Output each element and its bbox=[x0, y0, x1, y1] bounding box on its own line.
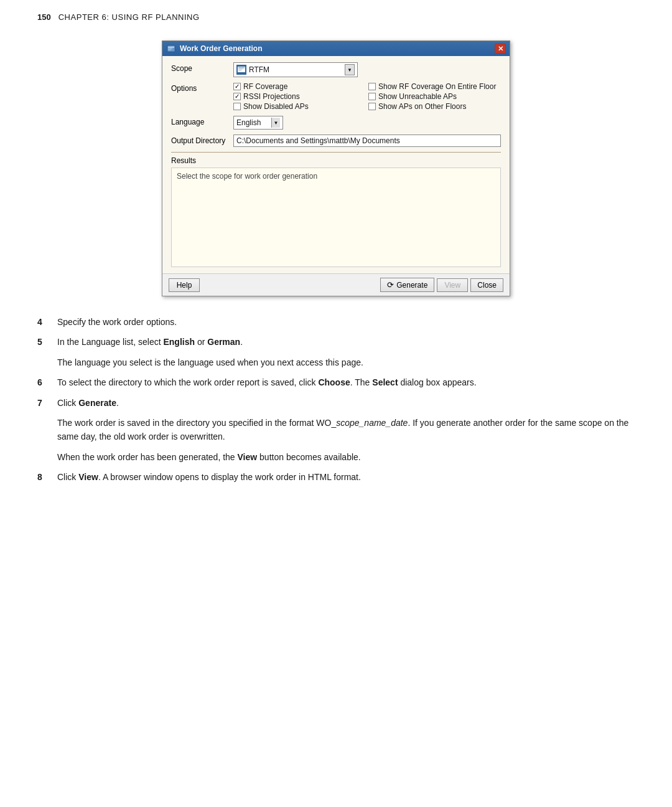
instructions: 4 Specify the work order options. 5 In t… bbox=[37, 315, 635, 484]
scope-icon bbox=[236, 65, 246, 75]
cb-show-rf-entire[interactable] bbox=[368, 83, 376, 90]
language-value: English bbox=[236, 118, 270, 127]
step-5: 5 In the Language list, select English o… bbox=[37, 335, 635, 349]
titlebar-left: Work Order Generation bbox=[166, 44, 262, 54]
cb-show-other-floors[interactable] bbox=[368, 103, 376, 110]
cb-row-show-rf-entire: Show RF Coverage On Entire Floor bbox=[368, 82, 501, 91]
results-label: Results bbox=[171, 156, 501, 165]
options-control: RF Coverage Show RF Coverage On Entire F… bbox=[233, 82, 501, 111]
step-4-content: Specify the work order options. bbox=[57, 315, 635, 329]
step-7-view: View bbox=[238, 452, 258, 462]
step-8: 8 Click View. A browser window opens to … bbox=[37, 470, 635, 484]
step-7-sub2: When the work order has been generated, … bbox=[57, 450, 635, 464]
svg-rect-8 bbox=[238, 70, 241, 71]
view-button[interactable]: View bbox=[437, 278, 468, 292]
step-6-content: To select the directory to which the wor… bbox=[57, 375, 635, 389]
step-6-select: Select bbox=[372, 377, 398, 387]
step-7-content: Click Generate. bbox=[57, 396, 635, 410]
work-order-dialog: Work Order Generation ✕ Scope bbox=[162, 40, 510, 296]
cb-rssi[interactable] bbox=[233, 93, 241, 100]
cb-rssi-label: RSSI Projections bbox=[243, 92, 300, 101]
help-button[interactable]: Help bbox=[169, 278, 200, 292]
cb-show-disabled[interactable] bbox=[233, 103, 241, 110]
scope-dropdown[interactable]: RTFM ▼ bbox=[233, 62, 358, 77]
output-dir-value[interactable]: C:\Documents and Settings\mattb\My Docum… bbox=[233, 134, 501, 147]
step-7-format: scope_name_date bbox=[336, 418, 408, 428]
step-7-generate: Generate bbox=[78, 398, 116, 408]
step-6-num: 6 bbox=[37, 375, 47, 389]
scope-row: Scope RTFM ▼ bbox=[171, 62, 501, 77]
cb-row-rssi: RSSI Projections bbox=[233, 92, 366, 101]
results-hint: Select the scope for work order generati… bbox=[177, 172, 317, 181]
scope-control: RTFM ▼ bbox=[233, 62, 501, 77]
step-5-english: English bbox=[163, 337, 195, 347]
cb-rf-coverage[interactable] bbox=[233, 83, 241, 90]
step-7-num: 7 bbox=[37, 396, 47, 410]
scope-value: RTFM bbox=[249, 65, 342, 74]
cb-show-unreachable[interactable] bbox=[368, 93, 376, 100]
svg-rect-2 bbox=[168, 49, 172, 49]
dialog-wrapper: Work Order Generation ✕ Scope bbox=[37, 40, 635, 296]
dialog-footer: Help ⟳ Generate View Close bbox=[162, 273, 510, 296]
cb-row-show-unreachable: Show Unreachable APs bbox=[368, 92, 501, 101]
cb-row-show-disabled: Show Disabled APs bbox=[233, 102, 366, 111]
step-5-german: German bbox=[207, 337, 240, 347]
svg-rect-3 bbox=[168, 50, 171, 50]
dialog-titlebar: Work Order Generation ✕ bbox=[162, 41, 510, 56]
step-8-num: 8 bbox=[37, 470, 47, 484]
step-7-sub1: The work order is saved in the directory… bbox=[57, 416, 635, 444]
svg-rect-7 bbox=[238, 69, 243, 70]
output-dir-row: Output Directory C:\Documents and Settin… bbox=[171, 134, 501, 147]
footer-left: Help bbox=[169, 278, 200, 292]
step-5-content: In the Language list, select English or … bbox=[57, 335, 635, 349]
scope-label: Scope bbox=[171, 62, 233, 73]
cb-show-disabled-label: Show Disabled APs bbox=[243, 102, 309, 111]
generate-icon: ⟳ bbox=[387, 280, 394, 290]
generate-label: Generate bbox=[396, 281, 427, 290]
language-control: English ▼ bbox=[233, 116, 501, 130]
cb-row-show-other-floors: Show APs on Other Floors bbox=[368, 102, 501, 111]
cb-show-other-floors-label: Show APs on Other Floors bbox=[378, 102, 466, 111]
results-divider bbox=[171, 152, 501, 153]
step-5-sub: The language you select is the language … bbox=[57, 356, 635, 369]
step-6-choose: Choose bbox=[318, 377, 350, 387]
step-6: 6 To select the directory to which the w… bbox=[37, 375, 635, 389]
cb-show-unreachable-label: Show Unreachable APs bbox=[378, 92, 457, 101]
language-dropdown[interactable]: English ▼ bbox=[233, 116, 283, 130]
chapter-title: Chapter 6: Using RF Planning bbox=[58, 12, 200, 22]
page-number: 150 bbox=[37, 12, 51, 22]
svg-rect-1 bbox=[168, 47, 174, 48]
options-label: Options bbox=[171, 82, 233, 93]
svg-rect-6 bbox=[238, 67, 245, 68]
page-header: 150 Chapter 6: Using RF Planning bbox=[37, 12, 635, 22]
language-label: Language bbox=[171, 116, 233, 126]
step-5-num: 5 bbox=[37, 335, 47, 349]
options-grid: RF Coverage Show RF Coverage On Entire F… bbox=[233, 82, 501, 111]
dialog-close-button[interactable]: ✕ bbox=[495, 44, 506, 54]
options-row: Options RF Coverage Show RF Coverage On … bbox=[171, 82, 501, 111]
cb-show-rf-entire-label: Show RF Coverage On Entire Floor bbox=[378, 82, 496, 91]
scope-dropdown-arrow[interactable]: ▼ bbox=[345, 64, 355, 75]
footer-right: ⟳ Generate View Close bbox=[380, 278, 503, 292]
results-area: Select the scope for work order generati… bbox=[171, 168, 501, 267]
step-7: 7 Click Generate. bbox=[37, 396, 635, 410]
dialog-title: Work Order Generation bbox=[180, 44, 262, 53]
step-4: 4 Specify the work order options. bbox=[37, 315, 635, 329]
dialog-body: Scope RTFM ▼ bbox=[162, 56, 510, 273]
step-8-content: Click View. A browser window opens to di… bbox=[57, 470, 635, 484]
cb-row-rf-coverage: RF Coverage bbox=[233, 82, 366, 91]
output-dir-control: C:\Documents and Settings\mattb\My Docum… bbox=[233, 134, 501, 147]
dialog-title-icon bbox=[166, 44, 176, 54]
close-button[interactable]: Close bbox=[470, 278, 503, 292]
output-dir-label: Output Directory bbox=[171, 134, 233, 145]
step-4-num: 4 bbox=[37, 315, 47, 329]
language-dropdown-arrow[interactable]: ▼ bbox=[271, 118, 280, 128]
step-8-view: View bbox=[78, 472, 98, 482]
generate-button[interactable]: ⟳ Generate bbox=[380, 278, 434, 292]
language-row: Language English ▼ bbox=[171, 116, 501, 130]
cb-rf-coverage-label: RF Coverage bbox=[243, 82, 287, 91]
